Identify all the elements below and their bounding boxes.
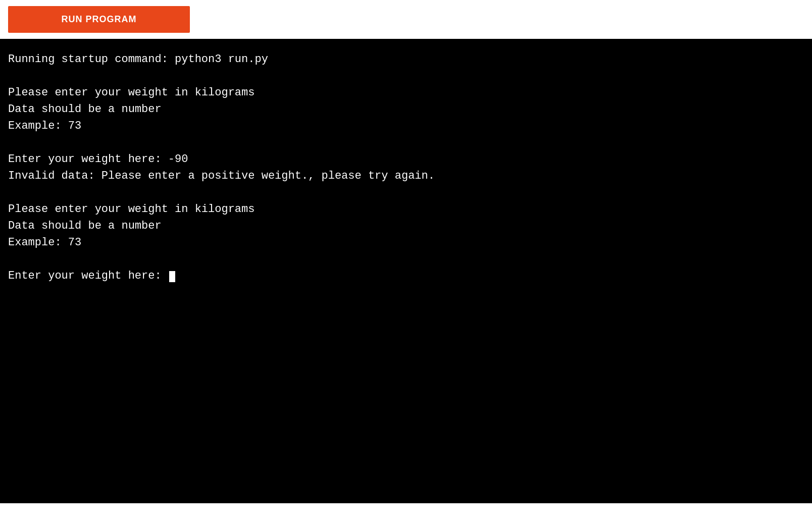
terminal-line [8, 68, 804, 84]
terminal-line: Please enter your weight in kilograms [8, 201, 804, 218]
terminal-line: Enter your weight here: [8, 268, 804, 284]
terminal-line: Example: 73 [8, 118, 804, 134]
terminal-line [8, 184, 804, 201]
terminal-cursor [169, 271, 175, 282]
terminal-output: Running startup command: python3 run.pyP… [0, 39, 812, 503]
terminal-line: Please enter your weight in kilograms [8, 84, 804, 101]
terminal-line: Running startup command: python3 run.py [8, 51, 804, 68]
terminal-line [8, 134, 804, 151]
terminal-line: Data should be a number [8, 101, 804, 118]
terminal-line: Example: 73 [8, 234, 804, 251]
terminal-line: Enter your weight here: -90 [8, 151, 804, 168]
terminal-line: Data should be a number [8, 218, 804, 234]
run-program-button[interactable]: RUN PROGRAM [8, 6, 190, 33]
terminal-line: Invalid data: Please enter a positive we… [8, 168, 804, 184]
top-bar: RUN PROGRAM [0, 0, 812, 39]
terminal-line [8, 251, 804, 268]
